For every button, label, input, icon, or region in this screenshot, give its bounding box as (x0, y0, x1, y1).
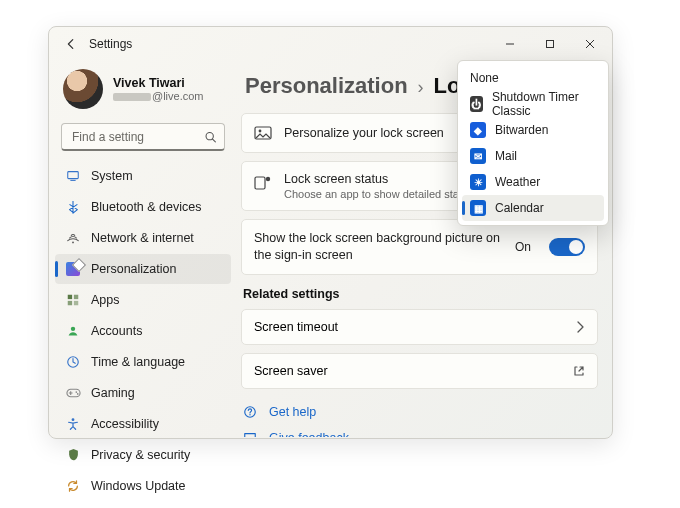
accounts-icon (65, 323, 81, 339)
dropdown-item[interactable]: None (462, 65, 604, 91)
dropdown-item-label: Calendar (495, 201, 544, 215)
privacy-icon (65, 447, 81, 463)
signin-bg-toggle[interactable] (549, 238, 585, 256)
close-button[interactable] (570, 30, 610, 58)
lock-status-app-dropdown[interactable]: None⏻Shutdown Timer Classic◆Bitwarden✉Ma… (457, 60, 609, 226)
update-icon (65, 478, 81, 494)
help-links: Get help Give feedback (241, 399, 598, 437)
gaming-icon (65, 385, 81, 401)
help-icon (243, 405, 259, 419)
dropdown-item-label: Shutdown Timer Classic (492, 90, 596, 118)
profile-block[interactable]: Vivek Tiwari @live.com (55, 61, 231, 121)
nav-list: System Bluetooth & devices Network & int… (55, 161, 231, 501)
svg-point-13 (72, 418, 75, 421)
svg-point-17 (266, 177, 270, 181)
app-icon: ☀ (470, 174, 486, 190)
toggle-state-text: On (515, 240, 531, 254)
nav-label: Windows Update (91, 479, 186, 493)
dropdown-item[interactable]: ▦Calendar (462, 195, 604, 221)
link-label: Screen saver (254, 364, 328, 378)
link-get-help[interactable]: Get help (243, 399, 596, 425)
image-icon (254, 124, 272, 142)
close-icon (585, 39, 595, 49)
link-label: Get help (269, 405, 316, 419)
sidebar-item-privacy[interactable]: Privacy & security (55, 440, 231, 470)
chevron-right-icon (575, 321, 585, 333)
app-icon: ▦ (470, 200, 486, 216)
personalization-icon (65, 261, 81, 277)
dropdown-item[interactable]: ◆Bitwarden (462, 117, 604, 143)
sidebar-item-network[interactable]: Network & internet (55, 223, 231, 253)
dropdown-item[interactable]: ☀Weather (462, 169, 604, 195)
nav-label: System (91, 169, 133, 183)
arrow-left-icon (64, 37, 78, 51)
svg-point-11 (75, 391, 77, 393)
link-give-feedback[interactable]: Give feedback (243, 425, 596, 437)
svg-rect-0 (547, 41, 554, 48)
app-icon: ⏻ (470, 96, 483, 112)
toggle-label: Show the lock screen background picture … (254, 230, 505, 264)
nav-label: Time & language (91, 355, 185, 369)
related-settings-heading: Related settings (243, 287, 596, 301)
svg-point-12 (76, 393, 78, 395)
minimize-button[interactable] (490, 30, 530, 58)
sidebar-item-gaming[interactable]: Gaming (55, 378, 231, 408)
apps-icon (65, 292, 81, 308)
nav-label: Accessibility (91, 417, 159, 431)
search-icon (204, 131, 217, 144)
chevron-right-icon: › (418, 77, 424, 98)
nav-label: Bluetooth & devices (91, 200, 202, 214)
svg-rect-4 (68, 295, 72, 299)
profile-name: Vivek Tiwari (113, 76, 204, 90)
profile-email: @live.com (113, 90, 204, 102)
svg-point-15 (259, 130, 262, 133)
app-icon: ◆ (470, 122, 486, 138)
sidebar: Vivek Tiwari @live.com System Bluetooth … (49, 61, 237, 438)
bluetooth-icon (65, 199, 81, 215)
dropdown-item-label: Bitwarden (495, 123, 548, 137)
nav-label: Personalization (91, 262, 176, 276)
breadcrumb-parent[interactable]: Personalization (245, 73, 408, 99)
sidebar-item-accessibility[interactable]: Accessibility (55, 409, 231, 439)
search-input[interactable] (61, 123, 225, 151)
link-label: Screen timeout (254, 320, 338, 334)
svg-rect-5 (74, 295, 78, 299)
svg-rect-2 (68, 172, 79, 179)
svg-rect-6 (68, 301, 72, 305)
link-label: Give feedback (269, 431, 349, 437)
system-icon (65, 168, 81, 184)
nav-label: Apps (91, 293, 120, 307)
network-icon (65, 230, 81, 246)
card-label: Personalize your lock screen (284, 126, 444, 140)
sidebar-item-system[interactable]: System (55, 161, 231, 191)
search-box (61, 123, 225, 151)
feedback-icon (243, 431, 259, 437)
titlebar: Settings (49, 27, 612, 61)
maximize-button[interactable] (530, 30, 570, 58)
nav-label: Accounts (91, 324, 142, 338)
app-icon: ✉ (470, 148, 486, 164)
nav-label: Privacy & security (91, 448, 190, 462)
dropdown-item-label: None (470, 71, 499, 85)
sidebar-item-bluetooth[interactable]: Bluetooth & devices (55, 192, 231, 222)
dropdown-item-label: Weather (495, 175, 540, 189)
maximize-icon (545, 39, 555, 49)
dropdown-item[interactable]: ⏻Shutdown Timer Classic (462, 91, 604, 117)
sidebar-item-apps[interactable]: Apps (55, 285, 231, 315)
sidebar-item-personalization[interactable]: Personalization (55, 254, 231, 284)
svg-rect-7 (74, 301, 78, 305)
svg-rect-16 (255, 177, 265, 189)
card-signin-bg-toggle: Show the lock screen background picture … (241, 219, 598, 275)
back-button[interactable] (59, 32, 83, 56)
sidebar-item-update[interactable]: Windows Update (55, 471, 231, 501)
dropdown-item[interactable]: ✉Mail (462, 143, 604, 169)
time-icon (65, 354, 81, 370)
link-screen-saver[interactable]: Screen saver (241, 353, 598, 389)
sidebar-item-time[interactable]: Time & language (55, 347, 231, 377)
svg-point-8 (71, 327, 75, 331)
dropdown-item-label: Mail (495, 149, 517, 163)
nav-label: Network & internet (91, 231, 194, 245)
minimize-icon (505, 39, 515, 49)
sidebar-item-accounts[interactable]: Accounts (55, 316, 231, 346)
link-screen-timeout[interactable]: Screen timeout (241, 309, 598, 345)
